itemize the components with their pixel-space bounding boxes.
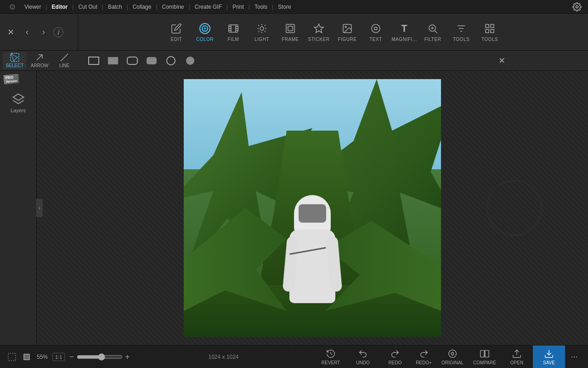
redo-plus-icon	[419, 349, 429, 359]
tool-filter[interactable]: TOOLS	[448, 16, 475, 49]
panel-toggle-button[interactable]: ›	[36, 199, 43, 217]
svg-point-47	[167, 57, 175, 65]
tool-figure[interactable]: TEXT	[362, 16, 389, 49]
tool-edit[interactable]: EDIT	[163, 16, 190, 49]
svg-point-28	[374, 27, 377, 30]
zoom-1to1-button[interactable]: 1:1	[52, 353, 65, 361]
bottom-bar: 55% 1:1 − + 1024 x 1024 REVERT UNDO	[0, 345, 588, 368]
dotted-select-tool[interactable]	[5, 350, 19, 364]
frame-icon	[284, 22, 297, 35]
edit-icon	[170, 22, 183, 35]
color-icon	[198, 22, 211, 35]
main-toolbar: ✕ ‹ › ⅈ EDIT COLOR	[0, 14, 588, 51]
menu-item-cutout[interactable]: Cut Out	[74, 0, 102, 13]
frame-label: FRAME	[282, 37, 299, 42]
close-subtoolbar-button[interactable]: ✕	[498, 56, 505, 66]
prev-button[interactable]: ‹	[20, 25, 34, 39]
layers-button[interactable]: Layers	[9, 89, 28, 117]
text-label: MAGNIFI...	[392, 37, 417, 42]
save-icon	[544, 349, 554, 359]
sub-tool-line[interactable]: LINE	[52, 52, 76, 69]
original-icon	[447, 349, 458, 359]
tool-magnify[interactable]: FILTER	[419, 16, 446, 49]
menu-item-editor[interactable]: Editor	[47, 0, 73, 13]
shape-rect-outline[interactable]	[86, 53, 101, 68]
redo-plus-button[interactable]: REDO+	[411, 345, 436, 368]
svg-line-21	[265, 25, 266, 26]
info-button[interactable]: ⅈ	[53, 27, 63, 37]
svg-rect-46	[147, 57, 157, 64]
zoom-out-button[interactable]: −	[67, 353, 76, 361]
undo-button[interactable]: UNDO	[347, 345, 379, 368]
menu-item-store[interactable]: Store	[273, 0, 296, 13]
tools-label-text: TOOLS	[481, 37, 498, 42]
tool-film[interactable]: FILM	[220, 16, 247, 49]
crop-tool[interactable]	[19, 350, 34, 364]
image-label: FIGURE	[338, 37, 357, 42]
redo-button[interactable]: REDO	[379, 345, 411, 368]
menu-item-batch[interactable]: Batch	[103, 0, 127, 13]
settings-button[interactable]	[571, 0, 583, 13]
open-button[interactable]: OPEN	[501, 345, 533, 368]
sub-tool-arrow[interactable]: ARROW	[28, 52, 51, 69]
svg-point-13	[260, 27, 264, 30]
tools-icon	[483, 22, 496, 35]
svg-line-30	[435, 31, 438, 34]
image-icon	[341, 22, 354, 35]
svg-line-53	[331, 354, 332, 355]
shape-circle-fill[interactable]	[183, 53, 198, 68]
tool-frame[interactable]: FRAME	[277, 16, 304, 49]
svg-point-0	[576, 6, 578, 8]
compare-button[interactable]: COMPARE	[469, 345, 501, 368]
color-label: COLOR	[196, 37, 214, 42]
svg-line-41	[37, 55, 42, 60]
tool-light[interactable]: LIGHT	[249, 16, 275, 49]
menu-item-collage[interactable]: Collage	[128, 0, 156, 13]
tool-color[interactable]: COLOR	[192, 16, 218, 49]
sticker-icon	[312, 22, 325, 35]
more-button[interactable]: ···	[565, 345, 583, 368]
figure-icon	[369, 22, 382, 35]
zoom-slider[interactable]	[77, 353, 123, 361]
tool-text[interactable]: T MAGNIFI...	[391, 16, 418, 49]
svg-rect-51	[24, 354, 29, 360]
revert-button[interactable]: REVERT	[315, 345, 347, 368]
svg-rect-45	[127, 57, 137, 64]
svg-rect-56	[481, 350, 484, 357]
svg-rect-37	[491, 24, 494, 28]
menu-item-creategif[interactable]: Create GIF	[190, 0, 226, 13]
figure-label: TEXT	[369, 37, 382, 42]
close-button[interactable]: ✕	[4, 25, 17, 39]
film-icon	[227, 22, 240, 35]
original-button[interactable]: ORIGINAL	[436, 345, 469, 368]
select-label: SELECT	[6, 63, 24, 68]
edit-label: EDIT	[171, 37, 182, 42]
shapes-area	[86, 53, 198, 68]
next-button[interactable]: ›	[37, 25, 51, 39]
zoom-level-display[interactable]: 55%	[34, 354, 51, 360]
save-button[interactable]: SAVE	[533, 345, 565, 368]
menu-item-print[interactable]: Print	[228, 0, 249, 13]
revert-icon	[326, 349, 336, 359]
svg-line-16	[258, 25, 259, 26]
svg-rect-50	[8, 353, 16, 361]
shape-rect-fill[interactable]	[106, 53, 120, 68]
shape-circle-outline[interactable]	[164, 53, 178, 68]
magnify-label: FILTER	[424, 37, 441, 42]
shape-round-rect-fill[interactable]	[144, 53, 159, 68]
tool-sticker[interactable]: STICKER	[305, 16, 332, 49]
text-icon: T	[398, 22, 411, 35]
undo-icon	[358, 349, 368, 359]
menu-item-tools[interactable]: Tools	[250, 0, 272, 13]
sub-tool-select[interactable]: SELECT	[3, 52, 27, 69]
svg-rect-23	[288, 26, 293, 31]
menu-item-combine[interactable]: Combine	[158, 0, 189, 13]
tool-tools[interactable]: TOOLS	[476, 16, 503, 49]
zoom-in-button[interactable]: +	[123, 353, 132, 361]
tool-image[interactable]: FIGURE	[334, 16, 361, 49]
shape-round-rect-outline[interactable]	[125, 53, 140, 68]
left-panel: PRO Version Layers ›	[0, 71, 37, 345]
menu-item-viewer[interactable]: Viewer	[20, 0, 45, 13]
app-logo[interactable]: ⊙	[5, 0, 20, 13]
canvas-area[interactable]	[37, 71, 588, 345]
